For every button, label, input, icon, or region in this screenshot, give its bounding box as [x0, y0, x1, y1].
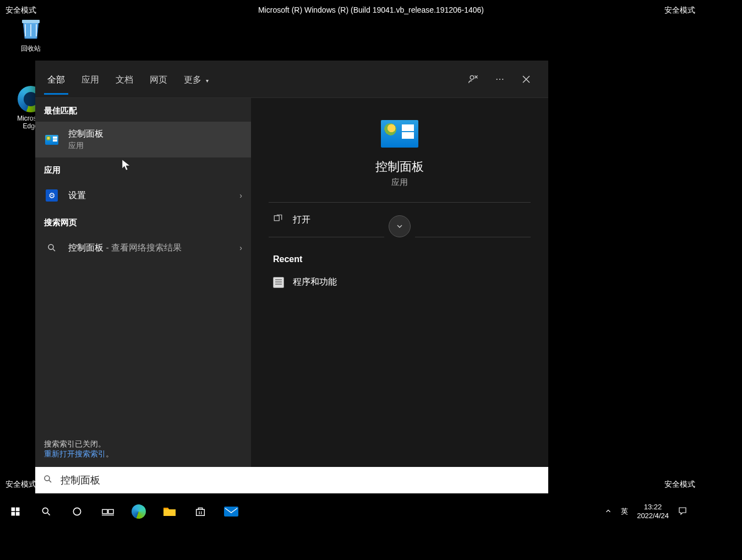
tab-apps[interactable]: 应用	[78, 64, 102, 94]
taskbar-app-file-explorer[interactable]	[154, 497, 185, 526]
preview-title: 控制面板	[375, 159, 424, 175]
taskbar-cortana-button[interactable]	[62, 497, 92, 526]
tray-action-center-icon[interactable]	[678, 506, 688, 518]
safe-mode-top-right: 安全模式	[664, 6, 695, 15]
taskbar-app-edge[interactable]	[123, 497, 154, 526]
taskbar-app-store[interactable]	[185, 497, 216, 526]
svg-point-2	[48, 244, 53, 249]
desktop-icon-label: 回收站	[21, 44, 41, 53]
recent-section-label: Recent	[260, 238, 539, 272]
preview-subtitle: 应用	[391, 177, 408, 188]
tab-more[interactable]: 更多 ▾	[181, 64, 212, 94]
open-icon	[273, 214, 283, 226]
tab-documents[interactable]: 文档	[112, 64, 137, 94]
search-input[interactable]	[61, 475, 541, 486]
result-best-match-control-panel[interactable]: 控制面板 应用	[35, 122, 251, 157]
taskbar: 英 13:22 2022/4/24	[0, 497, 695, 526]
index-disabled-text: 搜索索引已关闭。	[44, 439, 113, 449]
chevron-down-icon: ▾	[206, 78, 209, 84]
control-panel-icon	[44, 132, 59, 148]
safe-mode-bottom-left: 安全模式	[6, 480, 36, 490]
preview-control-panel-icon	[381, 120, 418, 148]
safe-mode-top-left: 安全模式	[6, 6, 36, 15]
tray-overflow-chevron-icon[interactable]	[604, 507, 612, 516]
svg-rect-8	[108, 509, 113, 513]
section-apps: 应用	[35, 157, 251, 181]
svg-rect-3	[274, 216, 279, 221]
section-web-search: 搜索网页	[35, 210, 251, 233]
recent-item-label: 程序和功能	[293, 276, 337, 288]
result-app-settings[interactable]: ⚙ 设置 ›	[35, 181, 251, 210]
tab-all[interactable]: 全部	[44, 64, 68, 94]
result-title: 设置	[68, 190, 239, 202]
svg-point-1	[470, 75, 474, 79]
safe-mode-bottom-right: 安全模式	[664, 480, 695, 490]
svg-rect-7	[102, 509, 107, 513]
recycle-bin-icon	[18, 15, 44, 42]
search-icon	[44, 240, 59, 255]
taskbar-app-mail[interactable]	[216, 497, 247, 526]
result-title: 控制面板 - 查看网络搜索结果	[68, 242, 239, 254]
taskbar-search-button[interactable]	[31, 497, 62, 526]
expand-toggle-button[interactable]	[389, 215, 411, 237]
search-box[interactable]	[35, 467, 548, 493]
chevron-right-icon: ›	[239, 191, 242, 200]
taskbar-taskview-button[interactable]	[92, 497, 123, 526]
more-options-icon[interactable]: ⋯	[493, 73, 506, 86]
programs-and-features-icon	[273, 277, 284, 288]
desktop-icon-recycle-bin[interactable]: 回收站	[10, 15, 51, 53]
feedback-icon[interactable]	[467, 73, 480, 86]
section-best-match: 最佳匹配	[35, 98, 251, 122]
tab-web[interactable]: 网页	[146, 64, 171, 94]
preview-open-label: 打开	[293, 214, 310, 226]
chevron-right-icon: ›	[239, 243, 242, 252]
tray-clock[interactable]: 13:22 2022/4/24	[637, 503, 669, 520]
tray-time: 13:22	[637, 503, 669, 512]
windows-build-label: Microsoft (R) Windows (R) (Build 19041.v…	[258, 6, 484, 14]
result-title: 控制面板	[68, 128, 242, 140]
settings-icon: ⚙	[44, 188, 59, 203]
search-icon	[43, 474, 53, 486]
svg-point-5	[42, 508, 48, 513]
svg-point-6	[73, 508, 80, 515]
tray-date: 2022/4/24	[637, 512, 669, 520]
start-button[interactable]	[0, 497, 31, 526]
reenable-search-index-link[interactable]: 重新打开搜索索引	[44, 449, 106, 458]
result-subtitle: 应用	[68, 141, 242, 151]
svg-rect-9	[224, 507, 238, 516]
svg-point-4	[45, 476, 50, 481]
recent-item-programs-and-features[interactable]: 程序和功能	[260, 272, 539, 292]
system-tray: 英 13:22 2022/4/24	[604, 503, 695, 520]
svg-rect-0	[22, 20, 40, 23]
search-index-notice: 搜索索引已关闭。 重新打开搜索索引。	[44, 439, 113, 459]
results-column: 最佳匹配 控制面板 应用 应用 ⚙ 设置 › 搜索	[35, 98, 251, 467]
search-panel: 全部 应用 文档 网页 更多 ▾ ⋯	[35, 61, 548, 467]
result-web-control-panel[interactable]: 控制面板 - 查看网络搜索结果 ›	[35, 233, 251, 262]
close-icon[interactable]	[520, 73, 533, 86]
tab-more-label: 更多	[184, 75, 201, 84]
tray-ime-indicator[interactable]: 英	[621, 507, 628, 516]
preview-column: 控制面板 应用 打开 Re	[251, 98, 548, 467]
search-header: 全部 应用 文档 网页 更多 ▾ ⋯	[35, 61, 548, 98]
